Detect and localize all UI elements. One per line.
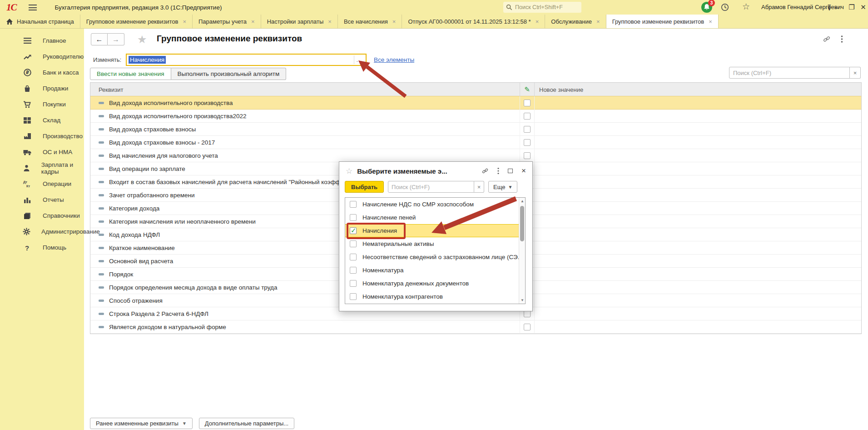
sidebar-item[interactable]: ₽ Банк и касса <box>0 65 84 80</box>
dialog-more-icon[interactable] <box>497 167 499 175</box>
change-checkbox[interactable] <box>524 100 531 106</box>
dialog-link-icon[interactable] <box>481 167 489 175</box>
scroll-up-icon[interactable]: ▲ <box>521 199 524 203</box>
sidebar-item[interactable]: Производство <box>0 128 84 144</box>
element-checkbox[interactable] <box>350 254 357 260</box>
additional-parameters-button[interactable]: Дополнительные параметры... <box>199 418 294 429</box>
dialog-star-icon[interactable]: ☆ <box>346 166 352 176</box>
requisite-label: Вид дохода исполнительного производства2… <box>109 113 247 120</box>
sidebar-item[interactable]: ДтКт Операции <box>0 176 84 192</box>
change-checkbox[interactable] <box>524 126 531 133</box>
change-checkbox[interactable] <box>524 324 531 330</box>
dialog-close-icon[interactable]: × <box>521 168 526 174</box>
dialog-scrollbar[interactable]: ▲ ▼ <box>519 198 525 304</box>
change-checkbox[interactable] <box>524 113 531 120</box>
dialog-list-item[interactable]: Номенклатура <box>345 264 525 277</box>
sidebar-item[interactable]: ? Помощь <box>0 240 84 255</box>
element-checkbox[interactable] <box>350 240 357 247</box>
all-elements-link[interactable]: Все элементы <box>374 56 414 63</box>
sidebar-item[interactable]: Продажи <box>0 80 84 96</box>
enter-new-values-button[interactable]: Ввести новые значения <box>90 68 171 80</box>
dialog-list-item[interactable]: Номенклатура денежных документов <box>345 277 525 290</box>
previously-changed-requisites-button[interactable]: Ранее измененные реквизиты ▼ <box>90 418 193 429</box>
tab[interactable]: Параметры учета × <box>193 15 261 28</box>
sidebar-item[interactable]: Главное <box>0 33 84 49</box>
dialog-list-item[interactable]: Начисление НДС по СМР хозспособом <box>345 198 525 211</box>
tab-close-icon[interactable]: × <box>392 19 396 25</box>
sidebar-item[interactable]: Администрирование <box>0 224 84 240</box>
tab[interactable]: Все начисления × <box>338 15 402 28</box>
clear-search-icon[interactable]: × <box>850 67 861 79</box>
favorites-star-icon[interactable]: ☆ <box>742 1 750 12</box>
bag-icon <box>23 85 32 93</box>
run-algorithm-button[interactable]: Выполнить произвольный алгоритм <box>171 68 287 80</box>
sidebar-item[interactable]: Руководителю <box>0 49 84 65</box>
choose-object-button[interactable]: ... <box>354 55 365 64</box>
restore-button[interactable]: ❐ <box>845 0 858 15</box>
tab[interactable]: Настройки зарплаты × <box>261 15 338 28</box>
element-checkbox[interactable] <box>350 280 357 287</box>
tab-close-icon[interactable]: × <box>183 19 186 25</box>
sidebar-item[interactable]: ОС и НМА <box>0 144 84 160</box>
minimize-button[interactable]: – <box>830 0 843 15</box>
element-label: Начисление пеней <box>362 214 416 221</box>
dialog-search-input[interactable] <box>388 181 474 193</box>
sidebar-item[interactable]: Склад <box>0 112 84 128</box>
dialog-list-item[interactable]: Нематериальные активы <box>345 237 525 250</box>
dialog-list-item[interactable]: Номенклатура контрагентов <box>345 290 525 303</box>
element-checkbox[interactable] <box>350 214 357 221</box>
tab-close-icon[interactable]: × <box>251 19 255 25</box>
back-button[interactable]: ← <box>91 33 108 45</box>
more-button[interactable]: Еще ▼ <box>488 181 517 193</box>
close-window-button[interactable]: ✕ <box>858 0 868 15</box>
sidebar-item[interactable]: Справочники <box>0 208 84 224</box>
tab[interactable]: Начальная страница <box>0 15 80 28</box>
sidebar-item[interactable]: Покупки <box>0 96 84 112</box>
history-icon[interactable] <box>720 3 729 12</box>
notifications-bell-icon[interactable]: 3 <box>701 2 712 13</box>
change-object-field[interactable]: Начисления ... <box>126 54 367 66</box>
element-checkbox[interactable] <box>350 267 357 274</box>
tab[interactable]: Групповое изменение реквизитов × <box>80 15 193 28</box>
attribute-dash-icon <box>99 194 104 196</box>
dialog-list-item[interactable]: Начисление пеней <box>345 211 525 224</box>
open-windows-tabbar: Начальная страница Групповое изменение р… <box>0 15 868 29</box>
dialog-list-item[interactable]: Несоответствие сведений о застрахованном… <box>345 250 525 264</box>
forward-button[interactable]: → <box>108 33 124 45</box>
select-button[interactable]: Выбрать <box>345 181 384 193</box>
dialog-maximize-icon[interactable] <box>508 169 513 173</box>
table-search-input[interactable] <box>729 67 850 79</box>
scroll-down-icon[interactable]: ▼ <box>521 298 524 302</box>
sidebar-item[interactable]: Зарплата и кадры <box>0 160 84 176</box>
dialog-clear-search-icon[interactable]: × <box>474 181 484 193</box>
more-actions-icon[interactable] <box>841 35 843 43</box>
table-row[interactable]: Вид начисления для налогового учета <box>90 149 861 162</box>
sidebar-item[interactable]: Отчеты <box>0 192 84 208</box>
table-row[interactable]: Вид дохода страховые взносы <box>90 123 861 136</box>
change-checkbox[interactable] <box>524 310 531 317</box>
tab-close-icon[interactable]: × <box>709 19 712 25</box>
tab-close-icon[interactable]: × <box>536 19 539 25</box>
element-checkbox[interactable] <box>350 293 357 300</box>
dialog-list-item[interactable]: Начисления <box>345 224 525 237</box>
scrollbar-thumb[interactable] <box>520 206 524 241</box>
tab[interactable]: Обслуживание × <box>545 15 606 28</box>
tab-close-icon[interactable]: × <box>328 19 332 25</box>
element-checkbox[interactable] <box>350 227 357 234</box>
main-menu-icon[interactable] <box>29 5 37 10</box>
table-row[interactable]: Является доходом в натуральной форме <box>90 320 861 334</box>
global-search-field[interactable] <box>503 2 581 13</box>
global-search-input[interactable] <box>515 4 579 10</box>
get-link-icon[interactable] <box>823 35 831 43</box>
attribute-dash-icon <box>99 128 104 130</box>
add-to-favorites-star-icon[interactable]: ★ <box>137 33 147 46</box>
change-checkbox[interactable] <box>524 139 531 146</box>
change-checkbox[interactable] <box>524 152 531 159</box>
element-checkbox[interactable] <box>350 201 357 208</box>
tab[interactable]: Отпуск АГ00-000001 от 14.11.2025 13:12:5… <box>402 15 545 28</box>
tab-close-icon[interactable]: × <box>596 19 600 25</box>
tab[interactable]: Групповое изменение реквизитов × <box>606 15 719 28</box>
table-row[interactable]: Вид дохода страховые взносы - 2017 <box>90 136 861 149</box>
table-row[interactable]: Вид дохода исполнительного производства <box>90 96 861 110</box>
table-row[interactable]: Вид дохода исполнительного производства2… <box>90 110 861 123</box>
